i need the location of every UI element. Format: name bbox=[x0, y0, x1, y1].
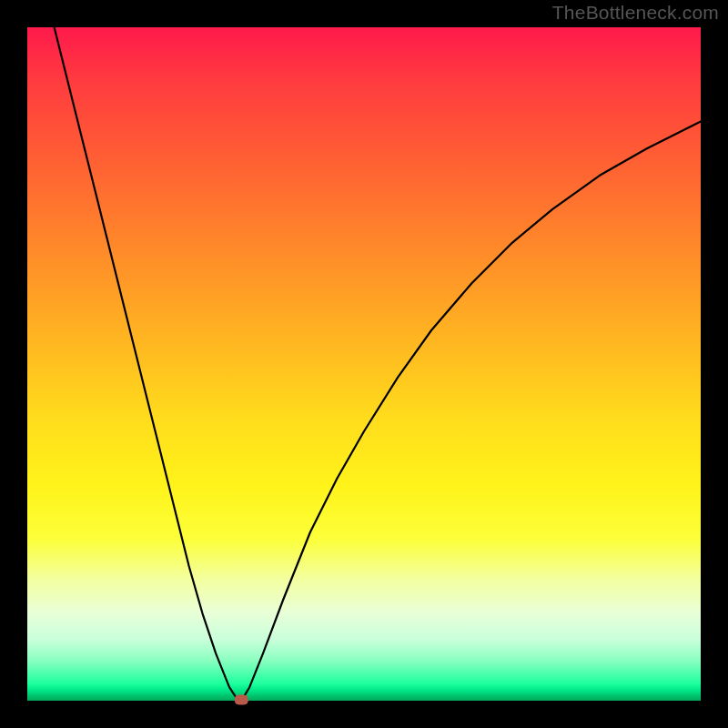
chart-frame: TheBottleneck.com bbox=[0, 0, 728, 728]
bottleneck-curve bbox=[55, 27, 701, 701]
curve-svg bbox=[27, 27, 701, 701]
attribution-text: TheBottleneck.com bbox=[552, 2, 719, 24]
optimal-point-marker bbox=[235, 695, 248, 704]
plot-area bbox=[27, 27, 701, 701]
